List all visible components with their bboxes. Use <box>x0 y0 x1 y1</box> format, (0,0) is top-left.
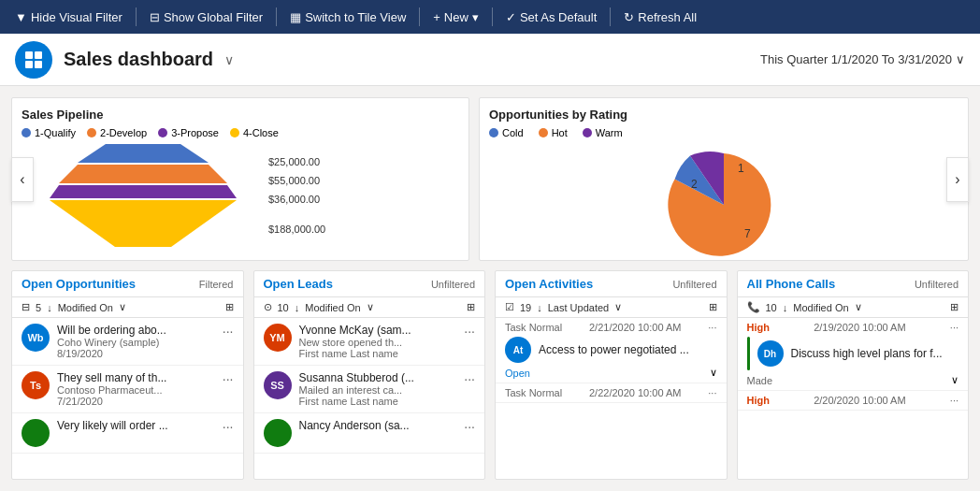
priority-bar <box>747 337 750 370</box>
opportunities-by-rating-chart: Opportunities by Rating Cold Hot Warm <box>479 97 969 261</box>
page-title: Sales dashboard <box>64 49 213 70</box>
show-global-filter-button[interactable]: ⊟ Show Global Filter <box>142 7 270 28</box>
legend-hot: Hot <box>539 127 568 138</box>
svg-rect-3 <box>35 61 42 68</box>
all-phone-calls-header: All Phone Calls Unfiltered <box>738 271 969 297</box>
activity-status: Open ∨ <box>505 367 717 379</box>
rating-legend: Cold Hot Warm <box>489 127 958 138</box>
separator-4 <box>492 7 493 26</box>
sort-chevron-icon[interactable]: ∨ <box>367 301 374 313</box>
separator <box>136 7 137 26</box>
title-chevron-icon[interactable]: ∨ <box>224 52 234 67</box>
expand-icon[interactable]: ∨ <box>710 367 717 379</box>
filter-controls-icon[interactable]: ⊞ <box>709 301 717 313</box>
refresh-all-button[interactable]: ↻ Refresh All <box>616 7 704 28</box>
rating-chart-title: Opportunities by Rating <box>489 108 958 122</box>
avatar: YM <box>264 324 292 352</box>
pie-chart-svg: 1 2 7 <box>640 139 808 261</box>
list-cards-row: Open Opportunities Filtered ⊟ 5 ↓ Modifi… <box>11 270 969 480</box>
more-options-button[interactable]: ··· <box>464 324 475 339</box>
date-chevron-icon: ∨ <box>956 52 965 66</box>
avatar <box>22 419 50 447</box>
open-leads-list: YM Yvonne McKay (sam... New store opened… <box>254 318 485 454</box>
page-header: Sales dashboard ∨ This Quarter 1/1/2020 … <box>0 34 980 86</box>
sort-chevron-icon[interactable]: ∨ <box>614 301 622 313</box>
expand-icon[interactable]: ∨ <box>951 374 958 386</box>
legend-close: 4-Close <box>230 127 279 138</box>
phone-status-row: Made ∨ <box>747 374 959 386</box>
open-activities-controls: ☑ 19 ↓ Last Updated ∨ ⊞ <box>496 297 727 318</box>
check-icon: ✓ <box>506 10 516 24</box>
open-activities-badge: Unfiltered <box>672 279 716 290</box>
sort-icon: ↓ <box>295 302 300 313</box>
open-opportunities-controls: ⊟ 5 ↓ Modified On ∨ ⊞ <box>12 297 243 318</box>
more-options-button[interactable]: ··· <box>708 322 716 333</box>
funnel-label-0: $25,000.00 <box>268 156 325 167</box>
all-phone-calls-controls: 📞 10 ↓ Modified On ∨ ⊞ <box>738 297 969 318</box>
list-item-content: Very likely will order ... <box>57 419 215 432</box>
global-filter-icon: ⊟ <box>150 10 160 24</box>
person-icon: ⊙ <box>264 301 272 313</box>
funnel-label-1: $55,000.00 <box>268 175 325 186</box>
list-item: Nancy Anderson (sa... ··· <box>254 413 485 454</box>
open-activities-title: Open Activities <box>505 277 593 291</box>
legend-cold: Cold <box>489 127 524 138</box>
activity-icon: ☑ <box>505 301 514 313</box>
refresh-icon: ↻ <box>624 10 634 24</box>
filter-icon: ▼ <box>15 10 27 24</box>
charts-row: Sales Pipeline 1-Qualify 2-Develop 3-Pro… <box>11 97 969 261</box>
more-options-button[interactable]: ··· <box>223 371 234 386</box>
list-item-content: Susanna Stubberod (... Mailed an interes… <box>299 371 457 407</box>
filter-controls-icon[interactable]: ⊞ <box>225 301 234 313</box>
date-range-selector[interactable]: This Quarter 1/1/2020 To 3/31/2020 ∨ <box>760 52 965 66</box>
toolbar: ▼ Hide Visual Filter ⊟ Show Global Filte… <box>0 0 980 34</box>
more-options-button[interactable]: ··· <box>223 419 234 434</box>
open-opportunities-header: Open Opportunities Filtered <box>12 271 243 297</box>
pie-container: 1 2 7 <box>489 144 958 256</box>
phone-icon: 📞 <box>747 301 760 313</box>
open-leads-header: Open Leads Unfiltered <box>254 271 485 297</box>
table-icon: ⊟ <box>22 301 30 313</box>
charts-section: ‹ Sales Pipeline 1-Qualify 2-Develop <box>11 97 969 261</box>
list-item: Ts They sell many of th... Contoso Pharm… <box>12 366 243 413</box>
more-options-button[interactable]: ··· <box>950 322 958 333</box>
set-default-button[interactable]: ✓ Set As Default <box>498 7 604 28</box>
open-opportunities-title: Open Opportunities <box>22 277 136 291</box>
sort-chevron-icon[interactable]: ∨ <box>855 301 862 313</box>
hide-visual-filter-button[interactable]: ▼ Hide Visual Filter <box>7 7 130 28</box>
avatar <box>264 419 292 447</box>
more-options-button[interactable]: ··· <box>223 324 234 339</box>
legend-qualify: 1-Qualify <box>22 127 76 138</box>
sort-chevron-icon[interactable]: ∨ <box>119 301 126 313</box>
more-options-button[interactable]: ··· <box>708 387 716 398</box>
filter-controls-icon[interactable]: ⊞ <box>467 301 475 313</box>
filter-controls-icon[interactable]: ⊞ <box>950 301 958 313</box>
open-activities-header: Open Activities Unfiltered <box>496 271 727 297</box>
open-activities-list: Task Normal 2/21/2020 10:00 AM ··· At Ac… <box>496 318 727 403</box>
sort-icon: ↓ <box>47 302 52 313</box>
list-item: Very likely will order ... ··· <box>12 413 243 454</box>
new-button[interactable]: + New ▾ <box>425 7 486 28</box>
svg-rect-2 <box>25 61 33 68</box>
more-options-button[interactable]: ··· <box>950 395 958 406</box>
phone-top: High 2/19/2020 10:00 AM ··· <box>747 322 959 333</box>
more-options-button[interactable]: ··· <box>464 371 475 386</box>
separator-2 <box>276 7 277 26</box>
open-leads-badge: Unfiltered <box>431 279 475 290</box>
more-options-button[interactable]: ··· <box>464 419 475 434</box>
avatar: At <box>505 337 531 363</box>
nav-left-arrow[interactable]: ‹ <box>11 157 34 202</box>
activity-item: Task Normal 2/22/2020 10:00 AM ··· <box>496 383 727 403</box>
switch-tile-view-button[interactable]: ▦ Switch to Tile View <box>282 7 413 28</box>
separator-5 <box>610 7 611 26</box>
phone-call-item: High 2/19/2020 10:00 AM ··· Dh Discuss h… <box>738 318 969 391</box>
list-item-content: Yvonne McKay (sam... New store opened th… <box>299 324 457 359</box>
nav-right-arrow[interactable]: › <box>946 157 969 202</box>
activity-row: Task Normal 2/21/2020 10:00 AM ··· <box>505 322 717 333</box>
svg-rect-1 <box>35 51 42 59</box>
avatar: Dh <box>757 340 784 367</box>
app-icon <box>15 41 52 79</box>
all-phone-calls-card: All Phone Calls Unfiltered 📞 10 ↓ Modifi… <box>737 270 970 480</box>
svg-marker-4 <box>78 144 209 163</box>
open-leads-title: Open Leads <box>264 277 333 291</box>
